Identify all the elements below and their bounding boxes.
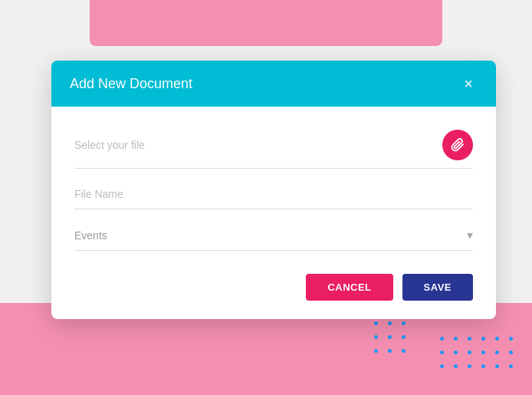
action-buttons: CANCEL SAVE [74,274,473,301]
dot [402,349,406,353]
chevron-down-icon: ▾ [467,228,473,242]
add-document-modal: Add New Document × Select your file Even… [51,61,496,319]
modal-body: Select your file Events ▾ CANCEL SAVE [51,107,496,319]
dot [495,364,499,368]
dot [440,364,444,368]
dot [374,349,378,353]
dot [468,364,471,368]
modal-header: Add New Document × [51,61,496,107]
file-select-row: Select your file [74,130,473,169]
dot [454,364,458,368]
dot [481,351,485,354]
dot [454,351,458,354]
modal-close-button[interactable]: × [459,74,478,93]
events-dropdown-label: Events [74,229,107,242]
dot [440,351,444,354]
dot [509,351,513,354]
events-dropdown[interactable]: Events ▾ [74,228,473,251]
modal-wrapper: Add New Document × Select your file Even… [31,31,517,349]
file-select-label: Select your file [74,139,442,151]
paperclip-icon [451,138,465,152]
dot [481,364,485,368]
save-button[interactable]: SAVE [402,274,473,301]
dot [468,351,471,354]
file-name-input[interactable] [74,188,473,200]
dot [509,364,513,368]
dot [495,351,499,354]
dot [388,349,392,353]
file-name-row [74,187,473,209]
modal-title: Add New Document [70,76,192,92]
file-upload-button[interactable] [442,130,473,160]
cancel-button[interactable]: CANCEL [306,274,392,301]
